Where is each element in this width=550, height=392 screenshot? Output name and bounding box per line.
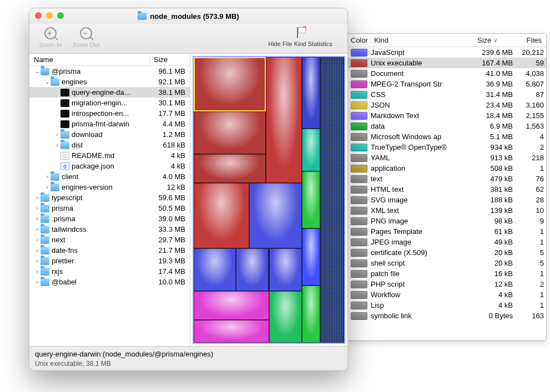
tree-row[interactable]: ›introspection-en...17.7 MB — [29, 108, 190, 119]
treemap-block[interactable] — [269, 291, 302, 343]
tree-row[interactable]: ›prisma50.5 MB — [29, 203, 190, 213]
stats-row[interactable]: YAML913 kB218 — [347, 152, 546, 163]
tree-row[interactable]: ›date-fns21.7 MB — [29, 245, 190, 256]
stats-size: 16 kB — [474, 269, 513, 278]
treemap-block[interactable] — [249, 183, 302, 248]
chevron-right-icon[interactable]: › — [34, 205, 41, 211]
stats-row[interactable]: Lisp4 kB1 — [347, 300, 546, 310]
stats-row[interactable]: CSS31.4 MB87 — [347, 89, 546, 100]
chevron-right-icon[interactable]: › — [34, 237, 41, 243]
close-icon[interactable] — [35, 12, 42, 19]
stats-size: 20 kB — [474, 248, 513, 257]
treemap[interactable] — [193, 56, 345, 344]
stats-row[interactable]: Workflow4 kB1 — [347, 289, 546, 300]
stats-row[interactable]: application508 kB1 — [347, 163, 546, 174]
treemap-block[interactable] — [194, 248, 236, 291]
tree-row[interactable]: ›README.md4 kB — [29, 150, 190, 161]
stats-col-kind[interactable]: Kind — [371, 35, 474, 45]
stats-row[interactable]: symbolic link0 Bytes163 — [347, 310, 546, 321]
stats-row[interactable]: shell script20 kB5 — [347, 258, 546, 268]
minimize-icon[interactable] — [46, 12, 53, 19]
chevron-right-icon[interactable]: › — [34, 279, 41, 285]
chevron-right-icon[interactable]: › — [34, 247, 41, 253]
chevron-right-icon[interactable]: › — [34, 226, 41, 232]
stats-body[interactable]: JavaScript239.6 MB20,212Unix executable1… — [347, 47, 546, 340]
tree-row[interactable]: ›@babel10.0 MB — [29, 277, 190, 287]
chevron-right-icon[interactable]: › — [54, 142, 60, 148]
treemap-block[interactable] — [194, 57, 266, 111]
stats-col-files[interactable]: Files — [513, 35, 546, 45]
chevron-right-icon[interactable]: › — [34, 268, 41, 274]
treemap-block[interactable] — [194, 154, 266, 183]
treemap-block[interactable] — [302, 171, 320, 228]
treemap-block[interactable] — [302, 286, 320, 343]
stats-row[interactable]: XML text139 kB10 — [347, 205, 546, 216]
treemap-block[interactable] — [194, 183, 249, 248]
chevron-down-icon[interactable]: ⌄ — [44, 79, 51, 85]
chevron-right-icon[interactable]: › — [34, 258, 41, 264]
stats-row[interactable]: SVG image188 kB28 — [347, 195, 546, 205]
fullscreen-icon[interactable] — [57, 12, 64, 19]
stats-row[interactable]: data6.9 MB1,563 — [347, 121, 546, 131]
zoom-out-button[interactable]: − Zoom Out — [70, 26, 102, 48]
treemap-block[interactable] — [236, 248, 269, 291]
tree-body[interactable]: ⌄@prisma96.1 MB⌄engines92.1 MB›query-eng… — [29, 66, 190, 346]
tree-row[interactable]: ›migration-engin...30.1 MB — [29, 98, 190, 108]
tree-row[interactable]: ›dist618 kB — [29, 140, 190, 150]
treemap-block[interactable] — [194, 320, 269, 343]
stats-row[interactable]: certificate (X.509)20 kB5 — [347, 247, 546, 258]
stats-row[interactable]: HTML text381 kB62 — [347, 184, 546, 195]
tree-row[interactable]: ›download1.2 MB — [29, 129, 190, 140]
chevron-right-icon[interactable]: › — [44, 174, 51, 180]
tree-row[interactable]: ›query-engine-da...38.1 MB — [29, 87, 190, 98]
stats-row[interactable]: JPEG image49 kB1 — [347, 237, 546, 247]
stats-col-size[interactable]: Size ∨ — [474, 35, 513, 45]
treemap-block[interactable] — [194, 111, 266, 154]
tree-row[interactable]: ›engines-version12 kB — [29, 182, 190, 192]
chevron-right-icon[interactable]: › — [34, 195, 41, 201]
stats-row[interactable]: text479 kB76 — [347, 174, 546, 184]
tree-row[interactable]: ⌄@prisma96.1 MB — [29, 66, 190, 77]
stats-row[interactable]: patch file16 kB1 — [347, 268, 546, 279]
stats-row[interactable]: Microsoft Windows ap5.1 MB4 — [347, 131, 546, 142]
treemap-block[interactable] — [302, 129, 320, 171]
treemap-block[interactable] — [302, 228, 320, 286]
stats-row[interactable]: PHP script12 kB2 — [347, 279, 546, 289]
tree-row[interactable]: ›prettier19.3 MB — [29, 256, 190, 266]
stats-row[interactable]: Unix executable167.4 MB59 — [347, 58, 546, 68]
tree-row[interactable]: ›{}package.json4 kB — [29, 161, 190, 171]
tree-row[interactable]: ⌄engines92.1 MB — [29, 77, 190, 87]
chevron-right-icon[interactable]: › — [54, 131, 60, 138]
tree-row[interactable]: ›prisma-fmt-darwin4.4 MB — [29, 119, 190, 129]
stats-row[interactable]: JavaScript239.6 MB20,212 — [347, 47, 546, 58]
hide-stats-button[interactable]: Hide File Kind Statistics — [259, 26, 342, 47]
stats-row[interactable]: Document41.0 MB4,038 — [347, 68, 546, 79]
stats-row[interactable]: JSON23.4 MB3,160 — [347, 100, 546, 110]
tree-col-size[interactable]: Size — [150, 55, 190, 64]
stats-row[interactable]: PNG image98 kB9 — [347, 216, 546, 226]
titlebar[interactable]: node_modules (573.9 MB) — [29, 8, 347, 24]
tree-item-name: tailwindcss — [52, 225, 151, 233]
tree-row[interactable]: ›next29.7 MB — [29, 235, 190, 245]
treemap-block[interactable] — [269, 248, 302, 291]
tree-col-name[interactable]: Name — [29, 55, 150, 64]
stats-files: 1,563 — [513, 122, 544, 130]
tree-row[interactable]: ›rxjs17.4 MB — [29, 266, 190, 277]
chevron-right-icon[interactable]: › — [44, 184, 51, 190]
stats-row[interactable]: Pages Template61 kB1 — [347, 226, 546, 237]
chevron-down-icon[interactable]: ⌄ — [34, 68, 41, 74]
chevron-right-icon[interactable]: › — [34, 216, 41, 222]
stats-row[interactable]: TrueType® OpenType®934 kB2 — [347, 142, 546, 152]
treemap-block[interactable] — [320, 57, 344, 343]
tree-row[interactable]: ›.prisma39.0 MB — [29, 213, 190, 224]
treemap-block[interactable] — [194, 291, 269, 320]
zoom-in-button[interactable]: + Zoom In — [35, 26, 66, 48]
tree-row[interactable]: ›tailwindcss33.3 MB — [29, 224, 190, 235]
tree-row[interactable]: ›client4.0 MB — [29, 171, 190, 182]
stats-col-color[interactable]: Color — [347, 35, 371, 45]
tree-row[interactable]: ›typescript59.6 MB — [29, 192, 190, 203]
stats-row[interactable]: Markdown Text18.4 MB2,155 — [347, 110, 546, 121]
stats-row[interactable]: MPEG-2 Transport Str36.9 MB5,807 — [347, 79, 546, 89]
treemap-block[interactable] — [266, 57, 302, 183]
treemap-block[interactable] — [302, 57, 320, 129]
